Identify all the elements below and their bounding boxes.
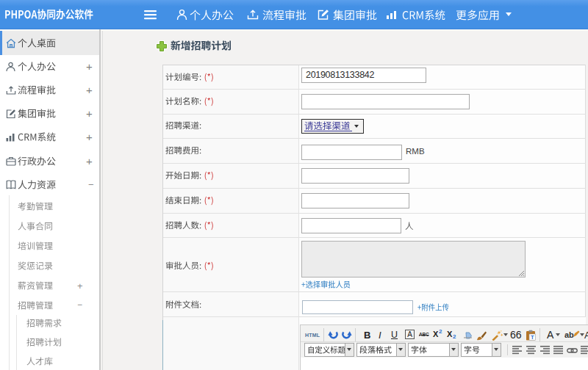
svg-text:T: T	[531, 334, 534, 341]
